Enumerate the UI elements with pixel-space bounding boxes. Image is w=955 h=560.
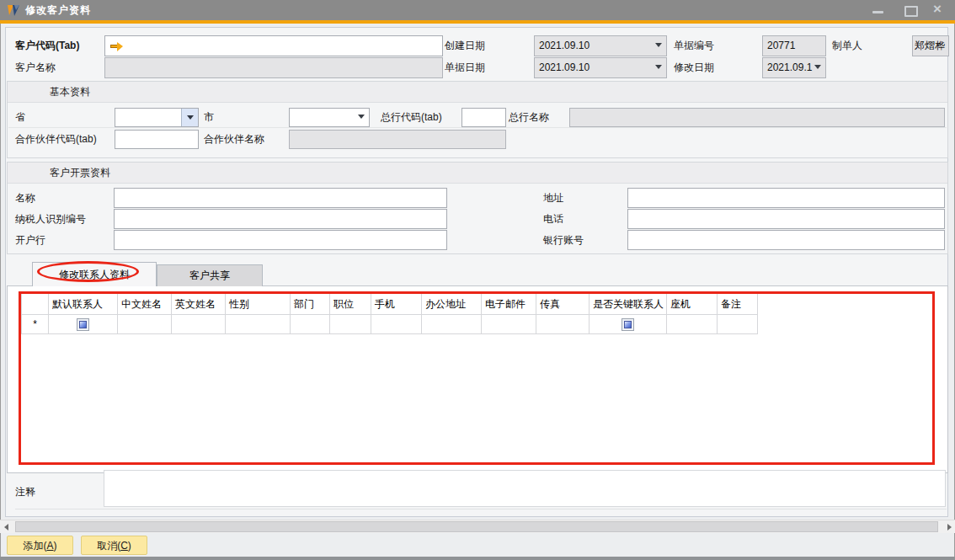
scroll-right-icon[interactable] [947, 524, 952, 531]
accent-line [0, 20, 955, 24]
head-bank-code-label: 总行代码(tab) [381, 107, 442, 128]
address-input[interactable] [627, 188, 945, 208]
go-arrow-icon [110, 42, 123, 51]
chevron-down-icon [814, 65, 821, 69]
create-date-value: 2021.09.10 [539, 40, 590, 51]
column-header[interactable]: 座机 [667, 294, 718, 315]
partner-name-field [289, 130, 506, 149]
create-date-dropdown[interactable]: 2021.09.10 [534, 35, 667, 56]
modify-date-value: 2021.09.1 [767, 61, 812, 73]
dropdown-button[interactable] [181, 109, 198, 126]
invoice-name-label: 名称 [15, 188, 35, 209]
doc-no-label: 单据编号 [674, 35, 714, 56]
window-bottom-edge [0, 557, 955, 560]
doc-date-value: 2021.09.10 [539, 61, 590, 73]
maker-label: 制单人 [832, 35, 862, 56]
table-cell[interactable] [422, 315, 482, 334]
checkbox[interactable] [77, 318, 89, 331]
create-date-label: 创建日期 [445, 35, 485, 56]
add-button[interactable]: 添加(A) [7, 536, 73, 555]
phone-label: 电话 [543, 209, 563, 230]
cancel-button[interactable]: 取消(C) [81, 536, 147, 555]
column-header[interactable]: 中文姓名 [118, 294, 172, 315]
partner-code-input[interactable] [115, 130, 199, 149]
phone-input[interactable] [627, 209, 945, 229]
head-bank-name-label: 总行名称 [509, 107, 549, 128]
maximize-button[interactable] [901, 3, 920, 18]
table-cell[interactable] [291, 315, 330, 334]
column-header[interactable]: 手机 [371, 294, 422, 315]
column-header[interactable]: 英文姓名 [172, 294, 226, 315]
taxpayer-id-input[interactable] [114, 209, 447, 229]
doc-no-field: 20771 [762, 35, 826, 56]
title-bar: 修改客户资料 × [0, 0, 955, 20]
table-cell[interactable] [718, 315, 758, 334]
province-dropdown[interactable] [115, 108, 199, 127]
notes-label: 注释 [15, 482, 35, 503]
chevron-down-icon [655, 43, 662, 47]
customer-name-field [104, 57, 443, 78]
column-header[interactable]: 性别 [226, 294, 291, 315]
column-header[interactable]: 传真 [536, 294, 590, 315]
bank-input[interactable] [114, 230, 447, 250]
grid-header-row: 默认联系人中文姓名英文姓名性别部门职位手机办公地址电子邮件传真是否关键联系人座机… [21, 294, 758, 315]
close-button[interactable]: × [931, 3, 950, 18]
column-header[interactable]: 办公地址 [422, 294, 482, 315]
invoice-name-input[interactable] [114, 188, 447, 208]
minimize-icon [872, 11, 883, 13]
tab-customer-share[interactable]: 客户共享 [157, 264, 263, 286]
table-cell[interactable] [226, 315, 291, 334]
bank-account-input[interactable] [627, 230, 945, 250]
head-bank-code-input[interactable] [461, 108, 506, 127]
bank-label: 开户行 [15, 230, 45, 251]
partner-code-label: 合作伙伴代码(tab) [15, 129, 97, 150]
table-cell[interactable] [482, 315, 536, 334]
horizontal-scrollbar[interactable] [0, 520, 955, 533]
chevron-down-icon [655, 65, 662, 69]
bank-account-label: 银行账号 [543, 230, 584, 251]
column-header[interactable]: 备注 [718, 294, 758, 315]
close-icon: × [933, 1, 942, 18]
notes-input[interactable] [104, 470, 946, 507]
table-cell[interactable] [590, 315, 667, 334]
doc-date-label: 单据日期 [445, 57, 485, 78]
table-cell[interactable] [172, 315, 226, 334]
chevron-down-icon [187, 115, 194, 120]
new-contact-row: * [21, 315, 758, 334]
tab-modify-contacts[interactable]: 修改联系人资料 [32, 262, 157, 286]
scroll-left-icon[interactable] [4, 524, 8, 531]
table-cell[interactable] [118, 315, 172, 334]
column-header[interactable]: 默认联系人 [49, 294, 118, 315]
minimize-button[interactable] [869, 3, 888, 18]
window-title: 修改客户资料 [25, 3, 91, 18]
dialog-modify-customer: 修改客户资料 × 客户代码(Tab) 创建日期 2021.09.10 单据编号 … [0, 0, 955, 560]
modify-date-dropdown[interactable]: 2021.09.1 [762, 57, 826, 78]
doc-date-dropdown[interactable]: 2021.09.10 [534, 57, 667, 78]
taxpayer-id-label: 纳税人识别编号 [15, 209, 86, 230]
chevron-down-icon [358, 115, 365, 119]
app-logo-icon [7, 4, 21, 17]
notes-divider [15, 509, 947, 509]
checkbox[interactable] [622, 318, 634, 331]
column-header[interactable]: 部门 [291, 294, 330, 315]
modify-date-label: 修改日期 [674, 57, 714, 78]
new-row-indicator[interactable]: * [21, 315, 49, 334]
address-label: 地址 [543, 188, 563, 209]
table-cell[interactable] [371, 315, 422, 334]
customer-code-input[interactable] [104, 35, 443, 56]
table-cell[interactable] [330, 315, 371, 334]
city-dropdown[interactable] [289, 108, 370, 127]
column-header[interactable]: 电子邮件 [482, 294, 536, 315]
table-cell[interactable] [667, 315, 718, 334]
column-header[interactable]: 是否关键联系人 [590, 294, 667, 315]
scrollbar-thumb[interactable] [15, 521, 938, 532]
table-cell[interactable] [49, 315, 118, 334]
table-cell[interactable] [536, 315, 590, 334]
partner-name-label: 合作伙伴名称 [204, 129, 264, 150]
customer-code-label: 客户代码(Tab) [15, 35, 79, 56]
column-header[interactable]: 职位 [330, 294, 371, 315]
basic-info-title: 基本资料 [50, 82, 90, 102]
row-divider [8, 127, 947, 128]
province-label: 省 [15, 107, 25, 128]
row-selector-header[interactable] [21, 294, 49, 315]
